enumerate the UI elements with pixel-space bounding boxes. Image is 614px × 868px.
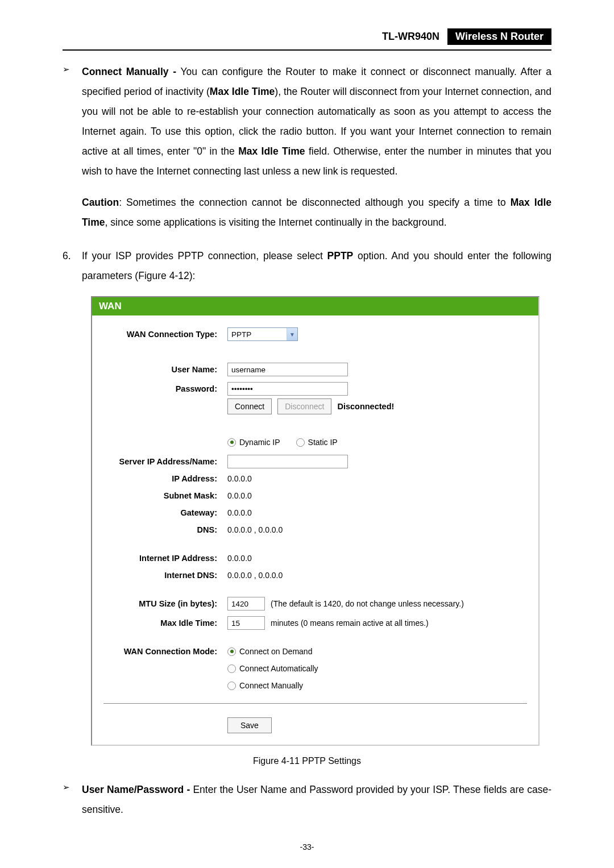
label-wan-mode: WAN Connection Mode: bbox=[103, 647, 227, 656]
label-internet-dns: Internet DNS: bbox=[103, 571, 227, 580]
product-desc: Wireless N Router bbox=[447, 28, 551, 45]
header-divider bbox=[63, 49, 551, 51]
subnet-value: 0.0.0.0 bbox=[227, 491, 252, 500]
panel-divider bbox=[103, 703, 527, 704]
panel-title: WAN bbox=[92, 297, 538, 315]
mode-demand-radio[interactable]: Connect on Demand bbox=[227, 647, 312, 656]
user-name-input[interactable]: username bbox=[227, 363, 348, 376]
disconnect-button[interactable]: Disconnect bbox=[277, 398, 331, 414]
label-dns: DNS: bbox=[103, 525, 227, 534]
radio-icon bbox=[227, 647, 236, 656]
label-gateway: Gateway: bbox=[103, 508, 227, 517]
bullet-connect-manually: ➢ Connect Manually - You can configure t… bbox=[63, 62, 551, 181]
model-number: TL-WR940N bbox=[374, 28, 447, 45]
label-internet-ip: Internet IP Address: bbox=[103, 554, 227, 563]
page-number: -33- bbox=[63, 842, 551, 852]
connect-button[interactable]: Connect bbox=[227, 398, 272, 414]
radio-icon bbox=[227, 438, 236, 447]
gateway-value: 0.0.0.0 bbox=[227, 508, 252, 517]
bullet-username-password: ➢ User Name/Password - Enter the User Na… bbox=[63, 780, 551, 820]
static-ip-radio[interactable]: Static IP bbox=[296, 438, 338, 447]
step-text: If your ISP provides PPTP connection, pl… bbox=[82, 246, 551, 286]
save-button[interactable]: Save bbox=[227, 717, 272, 733]
bullet-arrow-icon: ➢ bbox=[63, 62, 82, 74]
radio-icon bbox=[296, 438, 305, 447]
bullet-text: User Name/Password - Enter the User Name… bbox=[82, 780, 551, 820]
mtu-input[interactable]: 1420 bbox=[227, 597, 265, 610]
wan-connection-type-select[interactable]: PPTP ▼ bbox=[227, 327, 298, 341]
connection-status: Disconnected! bbox=[337, 402, 394, 411]
caution-paragraph: Caution: Sometimes the connection cannot… bbox=[82, 193, 551, 232]
wan-settings-panel: WAN WAN Connection Type: PPTP ▼ User Nam… bbox=[91, 296, 540, 746]
mode-manual-radio[interactable]: Connect Manually bbox=[227, 681, 303, 690]
bullet-text: Connect Manually - You can configure the… bbox=[82, 62, 551, 181]
mode-auto-radio[interactable]: Connect Automatically bbox=[227, 664, 318, 673]
label-wan-connection-type: WAN Connection Type: bbox=[103, 330, 227, 339]
radio-icon bbox=[227, 665, 236, 673]
dynamic-ip-radio[interactable]: Dynamic IP bbox=[227, 438, 280, 447]
server-ip-input[interactable] bbox=[227, 455, 348, 468]
figure-caption: Figure 4-11 PPTP Settings bbox=[63, 756, 551, 766]
max-idle-hint: minutes (0 means remain active at all ti… bbox=[271, 618, 429, 628]
label-mtu: MTU Size (in bytes): bbox=[103, 599, 227, 608]
label-ip-address: IP Address: bbox=[103, 474, 227, 483]
step-6: 6. If your ISP provides PPTP connection,… bbox=[63, 246, 551, 286]
radio-icon bbox=[227, 682, 236, 690]
ip-address-value: 0.0.0.0 bbox=[227, 474, 252, 483]
label-max-idle: Max Idle Time: bbox=[103, 618, 227, 628]
label-server-ip: Server IP Address/Name: bbox=[103, 457, 227, 466]
select-value: PPTP bbox=[228, 330, 287, 339]
label-subnet: Subnet Mask: bbox=[103, 491, 227, 500]
doc-header: TL-WR940N Wireless N Router bbox=[63, 28, 551, 45]
max-idle-input[interactable]: 15 bbox=[227, 616, 265, 630]
label-user-name: User Name: bbox=[103, 365, 227, 374]
chevron-down-icon: ▼ bbox=[287, 328, 297, 340]
bullet-arrow-icon: ➢ bbox=[63, 780, 82, 792]
password-input[interactable]: •••••••• bbox=[227, 382, 348, 396]
internet-dns-value: 0.0.0.0 , 0.0.0.0 bbox=[227, 571, 283, 580]
internet-ip-value: 0.0.0.0 bbox=[227, 554, 252, 563]
step-number: 6. bbox=[63, 246, 82, 266]
label-password: Password: bbox=[103, 384, 227, 393]
dns-value: 0.0.0.0 , 0.0.0.0 bbox=[227, 525, 283, 534]
mtu-hint: (The default is 1420, do not change unle… bbox=[271, 599, 464, 608]
